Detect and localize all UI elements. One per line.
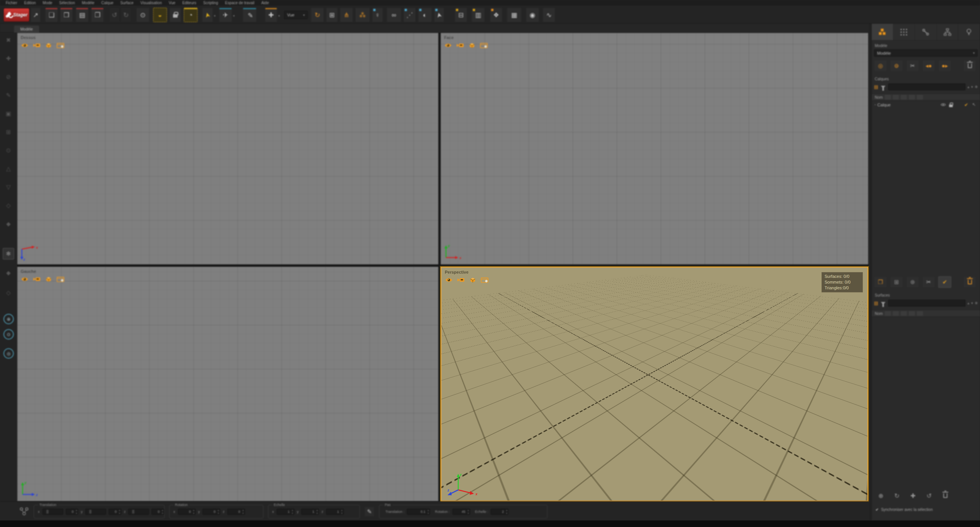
fence-icon[interactable]: ▥ bbox=[472, 8, 485, 22]
scale-field-z[interactable]: 1 bbox=[326, 509, 344, 515]
chevron-up-icon[interactable]: ▴ bbox=[967, 302, 969, 305]
open-file-icon[interactable]: ❒ bbox=[60, 8, 73, 22]
lock-icon[interactable] bbox=[170, 8, 181, 22]
app-logo[interactable]: Stager bbox=[4, 8, 29, 21]
menu-item-7[interactable]: Surface bbox=[117, 0, 137, 6]
sync-selection-row[interactable]: ✔ Synchroniser avec la sélection bbox=[872, 507, 980, 512]
shading-cube-icon[interactable] bbox=[469, 277, 477, 283]
visibility-eye-icon[interactable] bbox=[445, 277, 453, 283]
soft-select-icon[interactable]: ◒ bbox=[153, 8, 167, 22]
box-tool-icon[interactable]: ▣ bbox=[3, 108, 14, 119]
menu-item-5[interactable]: Modèle bbox=[78, 0, 98, 6]
hierarchy-alt-icon[interactable]: ⁂ bbox=[355, 8, 370, 22]
translation-slider-y[interactable] bbox=[85, 509, 106, 515]
select-circle-icon-1[interactable]: ⊕ bbox=[3, 314, 14, 324]
scale-field-y[interactable]: 1 bbox=[301, 509, 319, 515]
prev-selection-icon[interactable]: ◂● bbox=[922, 60, 935, 72]
delete-surface-icon[interactable] bbox=[963, 276, 976, 288]
magnet-select-icon[interactable]: ◔ bbox=[184, 8, 198, 22]
translate-airplane-icon[interactable]: ✈ bbox=[219, 8, 232, 22]
menu-item-13[interactable]: Aide bbox=[258, 0, 272, 6]
viewport-settings-icon[interactable] bbox=[56, 276, 64, 282]
rotate-transform-icon[interactable]: ↻ bbox=[891, 490, 903, 501]
assign-surface-icon[interactable]: ⊛ bbox=[906, 276, 919, 288]
visibility-eye-icon[interactable] bbox=[444, 42, 452, 48]
viewport-settings-icon[interactable] bbox=[480, 277, 488, 283]
select-double-ring-icon[interactable]: ⊚ bbox=[890, 60, 903, 72]
viewport-settings-icon[interactable] bbox=[56, 42, 64, 48]
pick-cursor-icon[interactable]: ↖ bbox=[971, 102, 977, 107]
shading-cube-icon[interactable] bbox=[468, 42, 476, 48]
hierarchy-icon[interactable] bbox=[19, 507, 29, 516]
viewport-settings-icon[interactable] bbox=[480, 42, 488, 48]
translation-field-y[interactable]: 0 bbox=[109, 509, 121, 515]
menu-item-9[interactable]: Vue bbox=[165, 0, 179, 6]
move-mode-icon[interactable]: ◆ bbox=[3, 267, 14, 279]
camera-icon[interactable] bbox=[33, 42, 41, 48]
snap-rotation-field[interactable]: 45 bbox=[452, 509, 470, 515]
chevron-down-icon[interactable]: ▾ bbox=[233, 14, 235, 18]
view-mode-dropdown[interactable]: Vue ▾ bbox=[284, 11, 308, 19]
select-cursor-icon[interactable]: ➤ bbox=[202, 8, 213, 22]
chevron-up-icon[interactable]: ▴ bbox=[967, 85, 969, 89]
down-tool-icon[interactable]: ▽ bbox=[3, 181, 14, 193]
filter-funnel-icon[interactable] bbox=[881, 302, 885, 305]
translation-slider-z[interactable] bbox=[128, 509, 149, 515]
menu-item-4[interactable]: Sélection bbox=[56, 0, 78, 6]
camera-icon[interactable] bbox=[457, 277, 465, 283]
menu-item-3[interactable]: Mode bbox=[39, 0, 56, 6]
menu-item-12[interactable]: Espace de travail bbox=[222, 0, 258, 6]
pin-icon[interactable]: ♀ bbox=[372, 8, 383, 22]
settings-icon[interactable]: ✻ bbox=[975, 302, 978, 305]
rotation-field-z[interactable]: 0 bbox=[227, 509, 245, 515]
tab-hierarchy[interactable] bbox=[937, 24, 959, 40]
close-tool-icon[interactable]: ✖ bbox=[3, 34, 14, 46]
target-tool-icon[interactable]: ⊙ bbox=[3, 145, 14, 156]
validate-surface-icon[interactable]: ✔ bbox=[938, 276, 951, 288]
grid-points-icon[interactable]: ⊞ bbox=[326, 8, 338, 22]
delete-model-icon[interactable] bbox=[963, 60, 976, 72]
redo-icon[interactable]: ↻ bbox=[121, 8, 131, 22]
viewport-perspective[interactable]: Perspective Surfaces: 0/0 Sommets: 0/0 T… bbox=[441, 267, 868, 501]
delete-transform-icon[interactable] bbox=[939, 490, 951, 501]
cut-surface-icon[interactable]: ✂ bbox=[922, 276, 935, 288]
tab-bones[interactable] bbox=[915, 24, 937, 40]
chevron-down-icon[interactable]: ▾ bbox=[214, 14, 216, 18]
chevron-down-icon[interactable]: ▾ bbox=[971, 85, 973, 89]
duplicate-icon[interactable]: ❐ bbox=[91, 8, 104, 22]
target-transform-icon[interactable]: ⊕ bbox=[875, 490, 887, 501]
rotation-field-x[interactable]: 0 bbox=[178, 509, 196, 515]
expander-icon[interactable]: ▪ bbox=[875, 103, 876, 106]
surfaces-filter-input[interactable] bbox=[888, 300, 965, 307]
tag-icon[interactable]: ❖ bbox=[490, 8, 502, 22]
grid-tool-icon[interactable]: ⊞ bbox=[3, 126, 14, 138]
camera-icon[interactable] bbox=[456, 42, 464, 48]
viewport-side[interactable]: Gauche y z bbox=[17, 267, 438, 501]
visibility-eye-icon[interactable] bbox=[21, 276, 29, 282]
pen-tool-icon[interactable]: ✎ bbox=[3, 90, 14, 101]
knife-icon[interactable]: ✐ bbox=[243, 8, 256, 22]
chevron-down-icon[interactable]: ▾ bbox=[971, 302, 973, 305]
snap-scale-field[interactable]: 2 bbox=[491, 509, 508, 515]
viewport-front[interactable]: Face y x bbox=[441, 33, 868, 264]
gear-tool-icon[interactable]: ✻ bbox=[3, 248, 14, 259]
layers-filter-input[interactable] bbox=[888, 83, 965, 90]
camera-icon[interactable] bbox=[33, 276, 41, 282]
new-file-icon[interactable]: ❏ bbox=[45, 8, 58, 22]
undo-icon[interactable]: ↺ bbox=[109, 8, 119, 22]
translation-slider-x[interactable] bbox=[42, 509, 63, 515]
diamond-filled-tool-icon[interactable]: ◆ bbox=[3, 218, 14, 230]
tab-points[interactable] bbox=[893, 24, 915, 40]
rotation-field-y[interactable]: 0 bbox=[203, 509, 220, 515]
chevron-down-icon[interactable]: ▾ bbox=[278, 14, 280, 18]
reset-transform-icon[interactable]: ↺ bbox=[923, 490, 935, 501]
select-ring-icon[interactable]: ◎ bbox=[874, 60, 887, 72]
next-selection-icon[interactable]: ●▸ bbox=[938, 60, 951, 72]
scale-mode-icon[interactable]: ◇ bbox=[3, 287, 14, 299]
layers-stack-icon[interactable]: ▤ bbox=[874, 85, 878, 89]
grid-select-icon[interactable]: ⊟ bbox=[455, 8, 467, 22]
up-tool-icon[interactable]: △ bbox=[3, 163, 14, 175]
menu-item-11[interactable]: Scripting bbox=[200, 0, 222, 6]
snap-translation-field[interactable]: 0.1 bbox=[407, 509, 430, 515]
select-circle-icon-3[interactable]: ◎ bbox=[3, 348, 14, 359]
